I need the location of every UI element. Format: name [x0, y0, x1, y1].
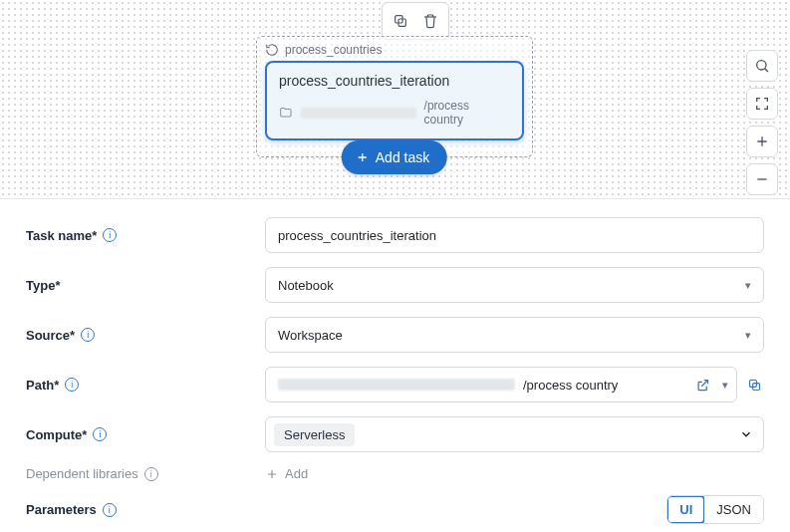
info-icon[interactable]: i — [144, 467, 158, 481]
task-card-path-suffix: /process country — [424, 99, 510, 127]
add-task-label: Add task — [376, 149, 429, 165]
type-select[interactable]: Notebook ▾ — [265, 267, 764, 303]
task-name-label: Task name* i — [26, 228, 265, 243]
external-link-icon — [695, 378, 710, 393]
copy-path-button[interactable] — [745, 376, 764, 395]
parameters-view-toggle: UI JSON — [666, 495, 764, 524]
type-value: Notebook — [278, 278, 334, 293]
delete-task-button[interactable] — [416, 7, 444, 35]
search-canvas-button[interactable] — [746, 50, 778, 82]
task-card[interactable]: process_countries_iteration /process cou… — [265, 61, 524, 140]
task-card-title: process_countries_iteration — [279, 73, 510, 89]
canvas-zoom-controls — [746, 50, 778, 195]
path-label-text: Path* — [26, 378, 59, 393]
search-icon — [754, 58, 770, 74]
source-select[interactable]: Workspace ▾ — [265, 317, 764, 353]
path-label: Path* i — [26, 378, 265, 393]
task-name-label-text: Task name* — [26, 228, 97, 243]
info-icon[interactable]: i — [81, 328, 95, 342]
task-name-input[interactable] — [265, 217, 764, 253]
path-input[interactable]: /process country ▾ — [265, 367, 737, 402]
source-label: Source* i — [26, 328, 265, 343]
chevron-down-icon: ▾ — [745, 329, 751, 342]
type-label: Type* — [26, 278, 265, 293]
source-value: Workspace — [278, 328, 343, 343]
info-icon[interactable]: i — [103, 503, 117, 517]
dependent-libraries-label-text: Dependent libraries — [26, 466, 138, 481]
path-suffix: /process country — [523, 378, 618, 393]
task-toolbar — [382, 2, 449, 40]
copy-task-button[interactable] — [387, 7, 414, 35]
copy-icon — [393, 13, 408, 29]
dependent-libraries-label: Dependent libraries i — [26, 466, 265, 481]
loop-name: process_countries — [285, 43, 382, 57]
parameters-label-text: Parameters — [26, 502, 97, 517]
loop-icon — [265, 43, 279, 57]
compute-value-tag: Serverless — [274, 423, 355, 446]
source-label-text: Source* — [26, 328, 75, 343]
compute-select[interactable]: Serverless — [265, 416, 764, 452]
info-icon[interactable]: i — [65, 378, 79, 392]
plus-icon — [265, 467, 279, 481]
plus-icon — [754, 133, 770, 149]
compute-label: Compute* i — [26, 427, 265, 442]
compute-label-text: Compute* — [26, 427, 87, 442]
zoom-in-button[interactable] — [746, 126, 778, 157]
svg-point-2 — [757, 61, 766, 70]
foreach-loop-container[interactable]: process_countries process_countries_iter… — [256, 36, 533, 157]
trash-icon — [422, 13, 438, 29]
info-icon[interactable]: i — [103, 228, 117, 242]
add-task-button[interactable]: Add task — [342, 140, 447, 174]
chevron-down-icon: ▾ — [745, 279, 751, 292]
add-library-label: Add — [285, 466, 308, 481]
parameters-toggle-ui[interactable]: UI — [666, 495, 705, 524]
fullscreen-button[interactable] — [746, 88, 778, 120]
minus-icon — [754, 171, 770, 187]
loop-header: process_countries — [265, 43, 524, 57]
fullscreen-icon — [754, 96, 770, 112]
task-card-path: /process country — [279, 99, 510, 127]
parameters-toggle-json[interactable]: JSON — [704, 496, 763, 523]
workflow-canvas[interactable]: process_countries process_countries_iter… — [0, 0, 790, 199]
path-redacted — [278, 379, 515, 391]
copy-icon — [747, 378, 762, 393]
add-library-button[interactable]: Add — [265, 466, 764, 481]
chevron-down-icon[interactable]: ▾ — [722, 379, 728, 392]
info-icon[interactable]: i — [93, 427, 107, 441]
open-external-button[interactable] — [693, 376, 712, 395]
plus-icon — [356, 150, 370, 164]
task-config-form: Task name* i Type* Notebook ▾ Source* i … — [0, 199, 790, 532]
zoom-out-button[interactable] — [746, 163, 778, 195]
task-card-path-redacted — [301, 108, 416, 119]
folder-icon — [279, 106, 293, 120]
parameters-label: Parameters i — [26, 502, 265, 517]
type-label-text: Type* — [26, 278, 60, 293]
chevron-down-icon — [739, 427, 753, 441]
